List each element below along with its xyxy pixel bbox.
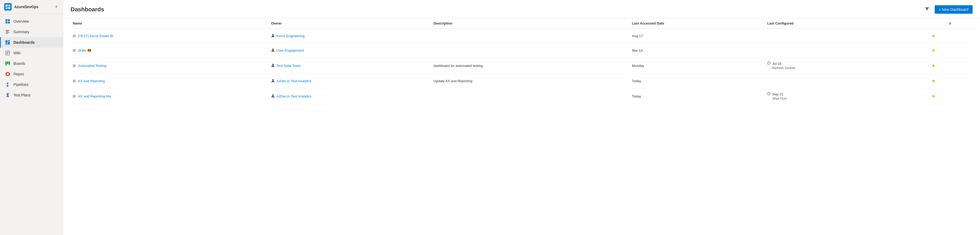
dashboard-name-cell: ⊞ AX and Reporting-Nw — [73, 94, 267, 98]
owner-link[interactable]: AzDev.in Test Analytics — [276, 79, 312, 83]
last-configured-cell — [765, 29, 928, 43]
sidebar-item-pipelines[interactable]: Pipelines — [0, 79, 63, 90]
sidebar-item-summary[interactable]: Summary — [0, 27, 63, 37]
star-cell: ★ — [928, 88, 973, 104]
owner-cell: AzDev.in Test Analytics — [271, 94, 429, 98]
dashboard-name-cell: ⊞ [TEST] Keros Power BI — [73, 34, 267, 38]
owner-icon — [271, 94, 275, 98]
star-button[interactable]: ★ — [930, 62, 937, 69]
svg-rect-20 — [6, 61, 6, 66]
svg-point-26 — [272, 34, 274, 36]
owner-cell: User Engagement — [271, 48, 429, 53]
sidebar-item-wiki[interactable]: Wiki — [0, 48, 63, 58]
star-button[interactable]: ★ — [930, 78, 937, 84]
table-row: ⊞ @Me 😎 User Engagement Mar 14★ — [71, 43, 973, 58]
svg-rect-6 — [6, 22, 7, 24]
owner-link[interactable]: User Engagement — [276, 48, 304, 52]
dashboard-item-icon: ⊞ — [73, 34, 76, 38]
sidebar-item-repos[interactable]: Repos — [0, 69, 63, 79]
description-cell — [431, 88, 630, 104]
last-accessed-cell: Monday — [630, 58, 765, 74]
dashboard-name-link[interactable]: AX and Reporting-Nw — [78, 94, 111, 98]
last-configured-cell — [765, 74, 928, 88]
last-configured-cell — [765, 43, 928, 58]
dashboard-name-cell: ⊞ @Me 😎 — [73, 48, 267, 52]
col-header-last-accessed: Last Accessed Date — [630, 18, 765, 29]
svg-rect-9 — [6, 31, 8, 32]
wiki-icon — [5, 50, 10, 56]
owner-icon — [271, 64, 275, 68]
last-configured-cell: Sep 21 Jihye Eom — [765, 88, 928, 104]
sidebar-item-dashboards-label: Dashboards — [13, 40, 35, 44]
new-dashboard-button[interactable]: + New Dashboard — [935, 5, 973, 14]
svg-rect-19 — [6, 54, 8, 54]
header-actions: + New Dashboard — [923, 5, 973, 14]
owner-link[interactable]: AzDev.in Test Analytics — [276, 94, 312, 98]
sidebar-item-repos-label: Repos — [13, 72, 24, 76]
last-accessed-cell: Aug 17 — [630, 29, 765, 43]
main-content: Dashboards + New Dashboard Name Owner De… — [63, 0, 980, 235]
owner-link[interactable]: Test Xplat Team — [276, 64, 301, 68]
last-configured-cell: Jul 18 Ramesh Sunkari — [765, 58, 928, 74]
svg-rect-14 — [8, 42, 10, 44]
sidebar-item-testplans[interactable]: Test Plans — [0, 90, 63, 100]
svg-rect-4 — [6, 19, 7, 21]
dashboard-item-icon: ⊞ — [73, 79, 76, 83]
table-row: ⊞ [TEST] Keros Power BI Keros Engineerin… — [71, 29, 973, 43]
sidebar-item-summary-label: Summary — [13, 30, 29, 34]
description-cell — [431, 43, 630, 58]
pipelines-icon — [5, 82, 10, 87]
sidebar: AzureDevOps + Overview Summary Dashboard… — [0, 0, 63, 235]
table-row: ⊞ Automated Testing Test Xplat Team dash… — [71, 58, 973, 74]
star-button[interactable]: ★ — [930, 47, 937, 54]
svg-rect-7 — [8, 22, 10, 24]
testplans-icon — [5, 92, 10, 98]
last-accessed-cell: Today — [630, 74, 765, 88]
dashboard-name-link[interactable]: @Me 😎 — [78, 48, 91, 52]
svg-rect-10 — [6, 32, 10, 33]
table-header-row: Name Owner Description Last Accessed Dat… — [71, 18, 973, 29]
sidebar-nav: Overview Summary Dashboards Wiki — [0, 14, 63, 103]
sidebar-item-dashboards[interactable]: Dashboards — [0, 37, 63, 48]
sidebar-item-overview[interactable]: Overview — [0, 16, 63, 27]
dashboard-name-link[interactable]: AX and Reporting — [78, 79, 105, 83]
col-header-last-configured: Last Configured — [765, 18, 928, 29]
svg-rect-1 — [8, 5, 10, 6]
configured-by: Jihye Eom — [767, 97, 925, 100]
svg-point-30 — [272, 79, 274, 81]
sidebar-item-pipelines-label: Pipelines — [13, 83, 29, 87]
svg-rect-22 — [9, 61, 10, 65]
col-header-star: ☆ — [928, 18, 973, 29]
owner-cell: Test Xplat Team — [271, 64, 429, 68]
dashboard-name-link[interactable]: Automated Testing — [78, 64, 106, 68]
last-accessed-cell: Mar 14 — [630, 43, 765, 58]
main-header: Dashboards + New Dashboard — [63, 0, 980, 18]
svg-rect-5 — [8, 19, 10, 21]
dashboard-name-link[interactable]: [TEST] Keros Power BI — [78, 34, 113, 38]
sidebar-item-boards-label: Boards — [13, 61, 25, 66]
dashboard-name-cell: ⊞ Automated Testing — [73, 64, 267, 68]
owner-icon — [271, 48, 275, 53]
description-cell: dashboard for automated testing — [431, 58, 630, 74]
svg-point-28 — [272, 64, 274, 65]
svg-point-24 — [7, 85, 8, 87]
star-button[interactable]: ★ — [930, 32, 937, 39]
filter-button[interactable] — [923, 6, 932, 14]
summary-icon — [5, 29, 10, 35]
svg-rect-8 — [6, 30, 10, 30]
sidebar-item-wiki-label: Wiki — [13, 51, 20, 55]
svg-rect-15 — [6, 43, 7, 44]
svg-rect-0 — [6, 5, 8, 6]
clock-icon — [767, 61, 770, 66]
svg-rect-3 — [8, 7, 10, 9]
star-cell: ★ — [928, 29, 973, 43]
owner-cell: Keros Engineering — [271, 34, 429, 38]
description-cell — [431, 29, 630, 43]
svg-rect-11 — [6, 33, 8, 34]
owner-link[interactable]: Keros Engineering — [276, 34, 304, 38]
app-name: AzureDevOps — [14, 5, 51, 9]
sidebar-item-boards[interactable]: Boards — [0, 58, 63, 69]
star-button[interactable]: ★ — [930, 93, 937, 100]
star-cell: ★ — [928, 74, 973, 88]
add-project-button[interactable]: + — [54, 4, 59, 10]
